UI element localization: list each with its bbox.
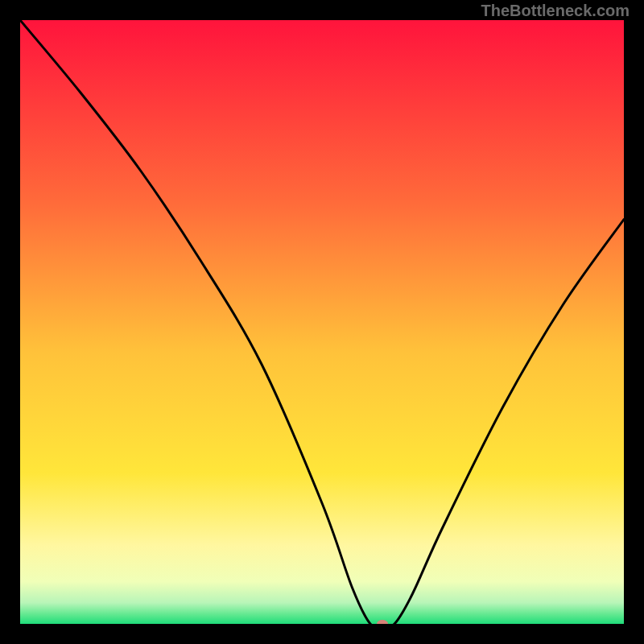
chart-container: TheBottleneck.com bbox=[0, 0, 644, 644]
gradient-background bbox=[20, 20, 624, 624]
watermark-text: TheBottleneck.com bbox=[481, 2, 630, 20]
plot-area bbox=[20, 20, 624, 624]
chart-svg bbox=[20, 20, 624, 624]
